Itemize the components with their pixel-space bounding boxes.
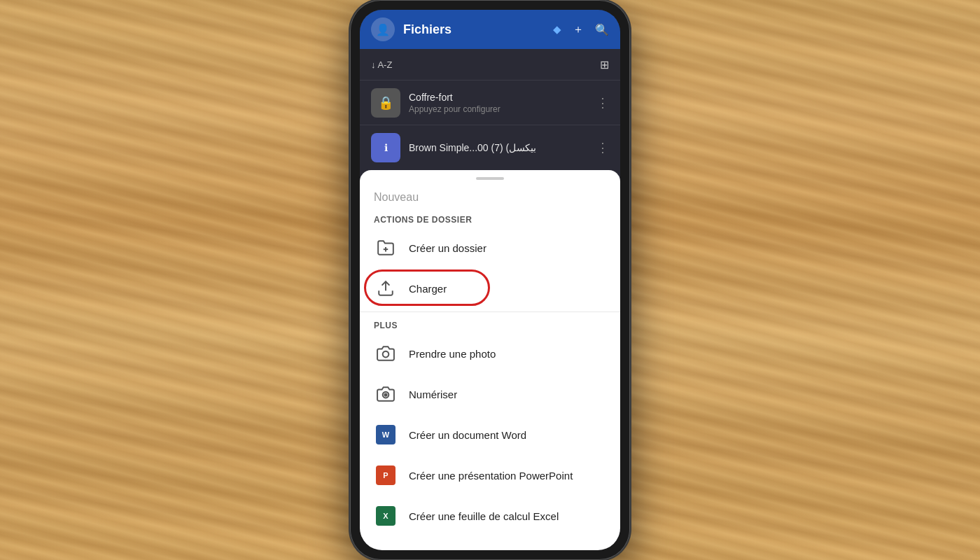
sheet-item-label-word: Créer un document Word: [409, 429, 526, 441]
sheet-item-numeriser[interactable]: Numériser: [360, 374, 620, 414]
app-title: Fichiers: [403, 22, 545, 37]
powerpoint-icon: P: [374, 463, 398, 487]
bottom-sheet: Nouveau Actions de dossier Créer un doss…: [360, 170, 620, 550]
svg-point-3: [383, 351, 389, 358]
sheet-item-label-numeriser: Numériser: [409, 388, 457, 400]
section-label-plus: Plus: [360, 315, 620, 333]
add-icon[interactable]: ＋: [573, 22, 584, 37]
phone-screen: 👤 Fichiers ◆ ＋ 🔍 ↓ A-Z ⊞ 🔒: [360, 10, 620, 550]
sheet-item-label-photo: Prendre une photo: [409, 348, 496, 360]
upload-icon: [374, 276, 398, 300]
sort-label[interactable]: ↓ A-Z: [371, 59, 392, 70]
sheet-item-word[interactable]: W Créer un document Word: [360, 414, 620, 455]
file-name-safe: Coffre-fort: [409, 92, 588, 103]
sheet-item-ppt[interactable]: P Créer une présentation PowerPoint: [360, 455, 620, 496]
phone-body: 👤 Fichiers ◆ ＋ 🔍 ↓ A-Z ⊞ 🔒: [350, 0, 630, 560]
folder-plus-icon: [374, 236, 398, 260]
file-name-brown: Brown Simple...00 بیکسل) (7): [409, 142, 588, 153]
sheet-item-label-charger: Charger: [409, 283, 447, 295]
avatar-icon[interactable]: 👤: [371, 18, 395, 41]
file-item-brown[interactable]: ℹ Brown Simple...00 بیکسل) (7) ⋮: [360, 125, 620, 169]
avatar-person-icon: 👤: [376, 23, 390, 36]
file-sub-safe: Appuyez pour configurer: [409, 104, 588, 114]
sheet-item-photo[interactable]: Prendre une photo: [360, 333, 620, 374]
file-info-safe: Coffre-fort Appuyez pour configurer: [409, 92, 588, 114]
top-bar-icons: ◆ ＋ 🔍: [553, 22, 609, 37]
file-info-brown: Brown Simple...00 بیکسل) (7): [409, 142, 588, 153]
sheet-item-label-creer-dossier: Créer un dossier: [409, 242, 486, 254]
file-item-safe[interactable]: 🔒 Coffre-fort Appuyez pour configurer ⋮: [360, 80, 620, 125]
section-label-dossier: Actions de dossier: [360, 209, 620, 227]
camera-icon: [374, 342, 398, 365]
sheet-item-label-excel: Créer une feuille de calcul Excel: [409, 510, 559, 522]
svg-point-5: [384, 393, 386, 396]
grid-view-icon[interactable]: ⊞: [600, 58, 609, 71]
premium-icon[interactable]: ◆: [553, 23, 561, 36]
divider: [360, 312, 620, 312]
file-more-safe[interactable]: ⋮: [596, 95, 609, 111]
sheet-header: Nouveau: [360, 180, 620, 209]
sheet-item-creer-dossier[interactable]: Créer un dossier: [360, 227, 620, 268]
top-bar: 👤 Fichiers ◆ ＋ 🔍: [360, 10, 620, 49]
phone-wrapper: 👤 Fichiers ◆ ＋ 🔍 ↓ A-Z ⊞ 🔒: [350, 0, 630, 560]
sort-bar: ↓ A-Z ⊞: [360, 49, 620, 80]
sheet-item-excel[interactable]: X Créer une feuille de calcul Excel: [360, 496, 620, 536]
sheet-item-label-ppt: Créer une présentation PowerPoint: [409, 470, 573, 482]
sheet-item-charger[interactable]: Charger: [360, 268, 620, 309]
camera-scan-icon: [374, 382, 398, 406]
word-icon: W: [374, 423, 398, 447]
file-folder-icon: ℹ: [371, 133, 400, 162]
file-more-brown[interactable]: ⋮: [596, 140, 609, 155]
search-icon[interactable]: 🔍: [595, 23, 609, 36]
safe-folder-icon: 🔒: [371, 88, 400, 118]
excel-icon: X: [374, 504, 398, 528]
